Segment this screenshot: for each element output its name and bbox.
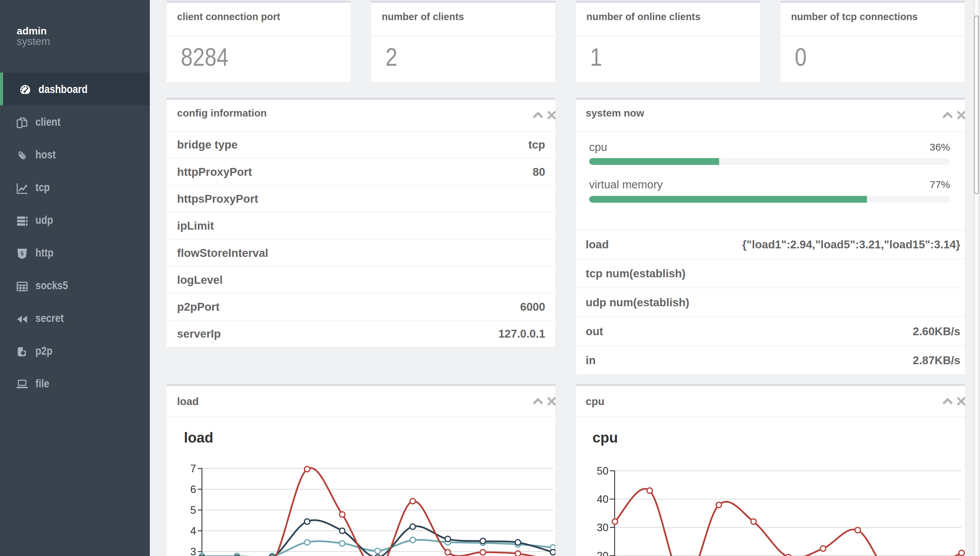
svg-text:50: 50: [597, 465, 609, 477]
svg-text:40: 40: [597, 493, 609, 505]
svg-text:5: 5: [21, 251, 24, 257]
svg-text:6: 6: [190, 483, 196, 495]
svg-text:4: 4: [190, 525, 196, 537]
svg-text:5: 5: [190, 504, 196, 516]
svg-text:7: 7: [190, 463, 196, 475]
svg-text:3: 3: [190, 546, 196, 556]
svg-text:20: 20: [597, 550, 609, 556]
svg-text:30: 30: [597, 522, 609, 533]
